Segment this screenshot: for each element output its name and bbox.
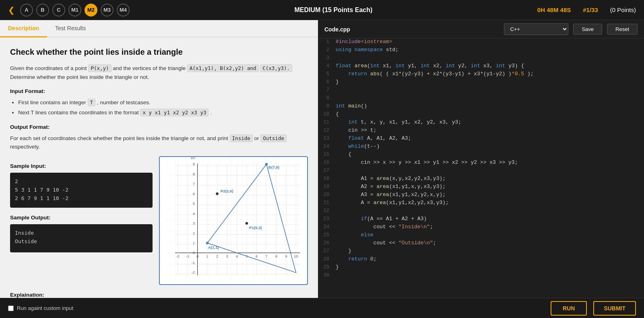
svg-text:3: 3 bbox=[193, 221, 195, 225]
code-line-6: 6 } bbox=[318, 79, 644, 87]
code-filename: Code.cpp bbox=[324, 26, 499, 33]
code-line-23: 23 if(A == A1 + A2 + A3) bbox=[318, 216, 644, 224]
tab-test-results[interactable]: Test Results bbox=[47, 20, 94, 37]
timer: 0H 48M 48S bbox=[537, 6, 571, 13]
problem-description: Given the coordinates of a point P(x,y) … bbox=[10, 64, 308, 81]
inline-t: T bbox=[88, 99, 96, 106]
svg-text:10: 10 bbox=[191, 157, 195, 160]
code-line-18: 18 A1 = area(x,y,x2,y2,x3,y3); bbox=[318, 176, 644, 184]
svg-text:6: 6 bbox=[193, 192, 195, 196]
custom-input-text: Run againt custom input bbox=[17, 305, 73, 311]
svg-text:2: 2 bbox=[193, 231, 195, 235]
desc-text-1: Given the coordinates of a point bbox=[10, 65, 88, 71]
tab-bar: Description Test Results bbox=[0, 20, 318, 37]
svg-text:-1: -1 bbox=[192, 261, 195, 265]
inline-vertices: A(x1,y1), B(x2,y2) and bbox=[187, 64, 259, 72]
code-line-26: 26 cout << "Outside\n"; bbox=[318, 240, 644, 248]
code-line-20: 20 A3 = area(x1,y1,x2,y2,x,y); bbox=[318, 192, 644, 200]
code-line-1: 1 #include<iostream> bbox=[318, 39, 644, 47]
difficulty-label: MEDIUM (15 Points Each) bbox=[130, 6, 537, 14]
nav-a[interactable]: A bbox=[20, 4, 33, 17]
inline-pxy: P(x,y) bbox=[88, 64, 111, 72]
input-format-title: Input Format: bbox=[10, 87, 308, 96]
code-editor[interactable]: 1 #include<iostream> 2 using namespace s… bbox=[318, 39, 644, 298]
svg-text:9: 9 bbox=[193, 162, 195, 166]
code-line-2: 2 using namespace std; bbox=[318, 47, 644, 55]
code-line-17: 17 bbox=[318, 167, 644, 176]
sample-input-title: Sample Input: bbox=[10, 162, 153, 171]
svg-text:B(7,9): B(7,9) bbox=[268, 165, 279, 169]
code-line-16: 16 cin >> x >> y >> x1 >> y1 >> x2 >> y2… bbox=[318, 159, 644, 167]
nav-b[interactable]: B bbox=[36, 4, 49, 17]
back-chevron[interactable]: ❮ bbox=[8, 5, 15, 15]
svg-text:P2(2,6): P2(2,6) bbox=[221, 189, 233, 193]
code-line-28: 28 return 0; bbox=[318, 256, 644, 264]
code-header: Code.cpp C++ C Java Python Save Reset bbox=[318, 20, 644, 39]
svg-text:0: 0 bbox=[196, 254, 198, 258]
code-line-14: 14 while(t--) bbox=[318, 143, 644, 151]
right-panel: Code.cpp C++ C Java Python Save Reset 1 … bbox=[318, 20, 644, 298]
sample-left: Sample Input: 2 5 3 1 1 7 9 10 -2 2 6 7 … bbox=[10, 156, 153, 285]
nav-right: 0H 48M 48S #1/33 (0 Points) bbox=[537, 6, 636, 13]
nav-m3[interactable]: M3 bbox=[101, 4, 114, 17]
code-line-4: 4 float area(int x1, int y1, int x2, int… bbox=[318, 63, 644, 71]
svg-text:4: 4 bbox=[193, 211, 195, 215]
reset-button[interactable]: Reset bbox=[607, 24, 638, 35]
problem-title: Check whether the point lies inside a tr… bbox=[10, 45, 308, 58]
submit-button[interactable]: SUBMIT bbox=[593, 301, 636, 316]
explanation-title: Explaination: bbox=[10, 291, 308, 298]
inline-format: x y x1 y1 x2 y2 x3 y3 bbox=[140, 109, 208, 116]
graph-container: -2 -1 0 1 2 3 4 5 6 7 8 9 10 bbox=[159, 156, 308, 285]
svg-point-59 bbox=[265, 163, 268, 165]
description-content: Check whether the point lies inside a tr… bbox=[0, 37, 318, 298]
svg-text:7: 7 bbox=[193, 182, 195, 186]
nav-m4[interactable]: M4 bbox=[117, 4, 130, 17]
sample-output-box: Inside Outside bbox=[10, 224, 153, 252]
svg-text:0: 0 bbox=[193, 251, 195, 255]
svg-rect-0 bbox=[165, 157, 303, 282]
top-bar: ❮ A B C M1 M2 M3 M4 MEDIUM (15 Points Ea… bbox=[0, 0, 644, 20]
explanation-section: Explaination: The point P(5,3) lies insi… bbox=[10, 291, 308, 298]
code-line-12: 12 cin >> t; bbox=[318, 127, 644, 135]
svg-text:8: 8 bbox=[193, 172, 195, 176]
sample-output-title: Sample Output: bbox=[10, 213, 153, 222]
svg-text:-2: -2 bbox=[192, 271, 195, 275]
points-badge: (0 Points) bbox=[610, 6, 636, 13]
svg-text:A(1,1): A(1,1) bbox=[208, 245, 219, 250]
code-line-8: 8 bbox=[318, 95, 644, 103]
svg-point-57 bbox=[206, 242, 209, 244]
output-description: For each set of coordinates check whethe… bbox=[10, 134, 308, 151]
save-button[interactable]: Save bbox=[573, 24, 602, 35]
code-line-21: 21 A = area(x1,y1,x2,y2,x3,y3); bbox=[318, 200, 644, 208]
code-line-5: 5 return abs( ( x1*(y2-y3) + x2*(y3-y1) … bbox=[318, 71, 644, 79]
main-content: Description Test Results Check whether t… bbox=[0, 20, 644, 298]
desc-text-2: and the vertices of the triangle bbox=[113, 65, 187, 71]
nav-left: ❮ A B C M1 M2 M3 M4 bbox=[8, 4, 130, 17]
code-line-13: 13 float A, A1, A2, A3; bbox=[318, 135, 644, 143]
svg-point-55 bbox=[246, 222, 248, 225]
svg-text:P1(5,3): P1(5,3) bbox=[249, 225, 262, 230]
inline-outside: Outside bbox=[260, 134, 287, 142]
inline-c: C(x3,y3). bbox=[260, 64, 292, 72]
custom-input-checkbox[interactable] bbox=[8, 306, 14, 311]
nav-m2[interactable]: M2 bbox=[85, 4, 97, 17]
nav-m1[interactable]: M1 bbox=[68, 4, 81, 17]
sample-section: Sample Input: 2 5 3 1 1 7 9 10 -2 2 6 7 … bbox=[10, 156, 308, 285]
code-line-29: 29 } bbox=[318, 264, 644, 272]
left-panel: Description Test Results Check whether t… bbox=[0, 20, 318, 298]
svg-point-53 bbox=[216, 192, 219, 195]
language-select[interactable]: C++ C Java Python bbox=[504, 23, 568, 35]
nav-c[interactable]: C bbox=[52, 4, 65, 17]
code-line-22: 22 bbox=[318, 208, 644, 216]
run-button[interactable]: RUN bbox=[551, 301, 587, 316]
code-line-9: 9 int main() bbox=[318, 103, 644, 111]
code-line-7: 7 bbox=[318, 87, 644, 95]
code-line-11: 11 int t, x, y, x1, y1, x2, y2, x3, y3; bbox=[318, 119, 644, 127]
code-line-30: 30 bbox=[318, 272, 644, 280]
bottom-bar: Run againt custom input RUN SUBMIT bbox=[0, 298, 644, 318]
tab-description[interactable]: Description bbox=[0, 20, 47, 37]
input-bullet-2: Next T lines contains the coordinates in… bbox=[18, 108, 308, 117]
input-bullet-1: First line contains an integer T , numbe… bbox=[18, 98, 308, 107]
code-line-3: 3 bbox=[318, 55, 644, 63]
graph-svg: -2 -1 0 1 2 3 4 5 6 7 8 9 10 bbox=[160, 157, 308, 282]
